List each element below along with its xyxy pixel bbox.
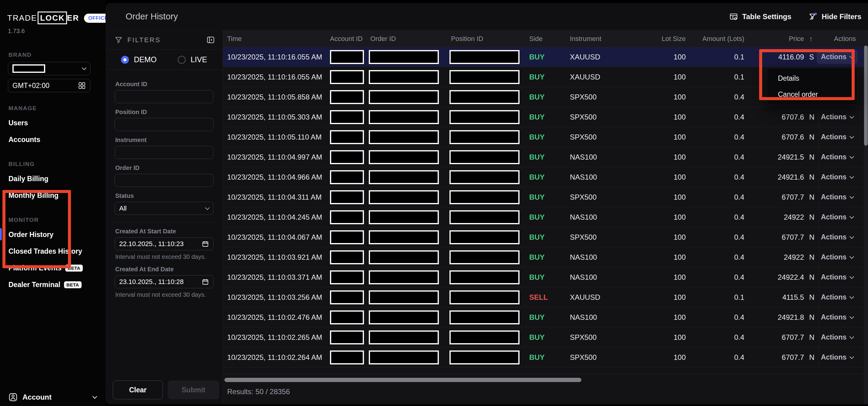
- column-header-position-id[interactable]: Position ID: [448, 35, 529, 43]
- sidebar-item-platform-events[interactable]: Platform EventsBETA: [0, 260, 105, 277]
- table-row[interactable]: 10/23/2025, 11:10:04.311 AMBUYSPX5001000…: [223, 187, 868, 207]
- redacted-account-id: [330, 250, 364, 264]
- order-time: 10/23/2025, 11:10:16.055 AM: [223, 53, 330, 61]
- demo-radio[interactable]: DEMO: [121, 55, 156, 64]
- redacted-position-id: [450, 311, 520, 324]
- sidebar-item-monthly-billing[interactable]: Monthly Billing: [0, 187, 105, 204]
- actions-button[interactable]: Actions: [817, 210, 858, 224]
- order-id-input[interactable]: [115, 174, 214, 187]
- sidebar-item-closed-trades-history[interactable]: Closed Trades History: [0, 243, 105, 260]
- order-id-cell: [367, 190, 448, 204]
- redacted-account-id: [330, 311, 364, 324]
- table-settings-button[interactable]: Table Settings: [730, 12, 791, 21]
- column-header-price[interactable]: Price: [744, 35, 804, 43]
- chevron-down-icon: [849, 294, 854, 299]
- app-version: 1.73.6: [8, 28, 105, 35]
- order-lot-size: 100: [643, 353, 686, 362]
- timezone-select[interactable]: GMT+02:00: [8, 79, 90, 92]
- column-header-time[interactable]: Time: [223, 35, 330, 43]
- actions-button[interactable]: Actions: [817, 130, 858, 144]
- table-row[interactable]: 10/23/2025, 11:10:02.264 AMBUYSPX5001000…: [223, 347, 868, 368]
- order-side: BUY: [529, 333, 570, 342]
- column-header-account-id[interactable]: Account ID: [330, 35, 367, 43]
- table-row[interactable]: 10/23/2025, 11:10:03.256 AMSELLXAUUSD100…: [223, 287, 868, 308]
- account-id-cell: [330, 250, 367, 264]
- account-id-cell: [330, 190, 367, 204]
- actions-button[interactable]: Actions: [817, 350, 858, 365]
- truncated-column-cell: N: [804, 273, 818, 282]
- column-header-side[interactable]: Side: [529, 35, 570, 43]
- account-id-cell: [330, 50, 367, 64]
- brand-select[interactable]: [8, 62, 90, 75]
- sidebar-item-accounts[interactable]: Accounts: [0, 132, 105, 148]
- truncated-column-cell: N: [804, 253, 818, 262]
- truncated-column-cell: N: [804, 353, 818, 362]
- radio-selected-icon: [121, 56, 129, 64]
- live-radio[interactable]: LIVE: [178, 55, 207, 64]
- account-menu[interactable]: Account: [0, 393, 105, 402]
- order-side: SELL: [529, 293, 570, 301]
- end-date-label: Created At End Date: [115, 266, 214, 273]
- sidebar-item-daily-billing[interactable]: Daily Billing: [0, 171, 105, 187]
- end-date-input[interactable]: 23.10.2025., 11:10:28: [115, 275, 214, 288]
- order-side: BUY: [529, 173, 570, 181]
- table-row[interactable]: 10/23/2025, 11:10:04.966 AMBUYNAS1001000…: [223, 167, 868, 187]
- table-row[interactable]: 10/23/2025, 11:10:03.371 AMBUYNAS1001000…: [223, 267, 868, 287]
- order-id-cell: [367, 311, 448, 324]
- actions-button[interactable]: Actions: [817, 270, 858, 284]
- actions-button[interactable]: Actions: [817, 170, 858, 184]
- actions-button[interactable]: Actions: [817, 110, 858, 124]
- actions-button[interactable]: Actions: [817, 190, 858, 204]
- menu-item-cancel-order[interactable]: Cancel order: [767, 86, 857, 103]
- table-row[interactable]: 10/23/2025, 11:10:02.476 AMBUYNAS1001000…: [223, 308, 868, 327]
- actions-button[interactable]: Actions: [817, 230, 858, 244]
- table-row[interactable]: 10/23/2025, 11:10:03.921 AMBUYNAS1001000…: [223, 247, 868, 267]
- order-time: 10/23/2025, 11:10:02.265 AM: [223, 333, 330, 342]
- sort-ascending-icon[interactable]: ↑: [809, 35, 813, 43]
- table-row[interactable]: 10/23/2025, 11:10:02.265 AMBUYSPX5001000…: [223, 327, 868, 347]
- account-id-input[interactable]: [115, 90, 214, 103]
- order-lot-size: 100: [643, 93, 686, 102]
- table-row[interactable]: 10/23/2025, 11:10:05.110 AMBUYSPX5001000…: [223, 127, 868, 147]
- vertical-scrollbar[interactable]: [864, 46, 868, 146]
- actions-button[interactable]: Actions: [817, 310, 858, 324]
- submit-button[interactable]: Submit: [168, 380, 219, 399]
- sidebar-item-order-history[interactable]: Order History: [0, 226, 105, 243]
- column-header-amount-lots[interactable]: Amount (Lots): [686, 35, 744, 43]
- position-id-label: Position ID: [115, 109, 214, 116]
- actions-button[interactable]: Actions: [817, 250, 858, 264]
- sidebar-item-dealer-terminal[interactable]: Dealer TerminalBETA: [0, 277, 105, 293]
- status-select[interactable]: All: [115, 202, 214, 215]
- position-id-input[interactable]: [115, 118, 214, 131]
- redacted-order-id: [369, 330, 439, 344]
- actions-button[interactable]: Actions: [817, 50, 858, 64]
- table-row[interactable]: 10/23/2025, 11:10:04.997 AMBUYNAS1001000…: [223, 147, 868, 167]
- order-id-label: Order ID: [115, 165, 214, 171]
- table-row[interactable]: 10/23/2025, 11:10:04.067 AMBUYSPX5001000…: [223, 227, 868, 247]
- column-header-order-id[interactable]: Order ID: [367, 35, 448, 43]
- column-header-lot-size[interactable]: Lot Size: [643, 35, 686, 43]
- redacted-account-id: [330, 330, 364, 344]
- timezone-value: GMT+02:00: [12, 82, 50, 90]
- collapse-panel-icon[interactable]: [207, 36, 215, 44]
- vertical-scrollbar-track[interactable]: [864, 30, 868, 404]
- table-row[interactable]: 10/23/2025, 11:10:04.245 AMBUYNAS1001000…: [223, 207, 868, 227]
- hide-filters-button[interactable]: Hide Filters: [808, 12, 861, 21]
- start-date-input[interactable]: 22.10.2025., 11:10:23: [115, 237, 214, 250]
- calendar-icon[interactable]: [202, 278, 209, 286]
- order-id-cell: [367, 90, 448, 104]
- table-row[interactable]: 10/23/2025, 11:10:05.303 AMBUYSPX5001000…: [223, 107, 868, 127]
- table-row[interactable]: 10/23/2025, 11:10:16.055 AMBUYXAUUSD1000…: [223, 47, 868, 67]
- order-time: 10/23/2025, 11:10:02.476 AM: [223, 313, 330, 322]
- sidebar-item-users[interactable]: Users: [0, 115, 105, 132]
- actions-button[interactable]: Actions: [817, 290, 858, 304]
- horizontal-scrollbar[interactable]: [224, 378, 581, 382]
- calendar-icon[interactable]: [202, 240, 209, 248]
- actions-button[interactable]: Actions: [817, 150, 858, 164]
- page-title: Order History: [126, 11, 178, 22]
- menu-item-details[interactable]: Details: [767, 70, 857, 86]
- instrument-input[interactable]: [115, 146, 214, 159]
- clear-button[interactable]: Clear: [113, 380, 163, 399]
- column-header-instrument[interactable]: Instrument: [570, 35, 643, 43]
- actions-button[interactable]: Actions: [817, 330, 858, 344]
